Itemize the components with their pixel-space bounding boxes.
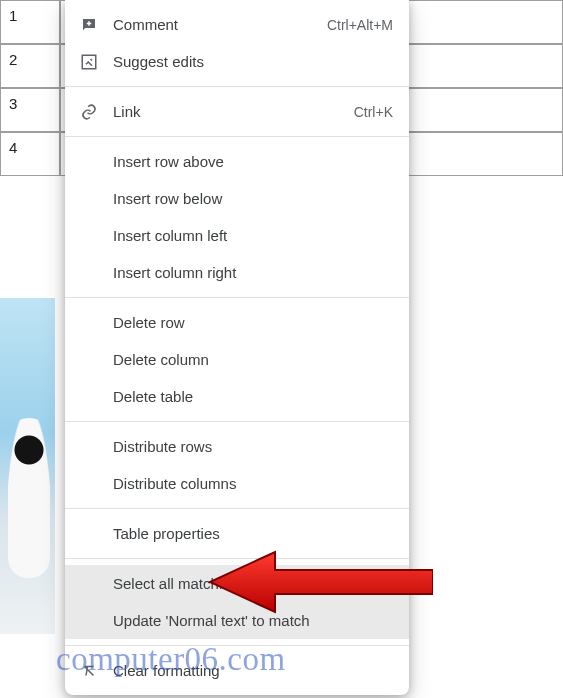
table-cell[interactable]: 1 [0, 0, 60, 44]
context-menu: Comment Ctrl+Alt+M Suggest edits Link Ct… [65, 0, 409, 695]
menu-item-label: Distribute columns [113, 475, 393, 492]
menu-item-delete-table[interactable]: Delete table [65, 378, 409, 415]
menu-separator [65, 508, 409, 509]
menu-item-insert-row-below[interactable]: Insert row below [65, 180, 409, 217]
menu-item-insert-column-right[interactable]: Insert column right [65, 254, 409, 291]
table-cell[interactable]: 3 [0, 88, 60, 132]
menu-item-label: Suggest edits [113, 53, 393, 70]
menu-item-shortcut: Ctrl+Alt+M [327, 17, 393, 33]
table-cell[interactable]: 2 [0, 44, 60, 88]
menu-item-insert-row-above[interactable]: Insert row above [65, 143, 409, 180]
menu-item-label: Comment [113, 16, 315, 33]
menu-item-select-matching-text[interactable]: Select all matching text [65, 565, 409, 602]
menu-separator [65, 86, 409, 87]
menu-separator [65, 645, 409, 646]
menu-item-insert-column-left[interactable]: Insert column left [65, 217, 409, 254]
menu-item-label: Distribute rows [113, 438, 393, 455]
menu-item-comment[interactable]: Comment Ctrl+Alt+M [65, 6, 409, 43]
menu-item-label: Clear formatting [113, 662, 393, 679]
menu-item-label: Insert column left [113, 227, 393, 244]
link-icon [79, 102, 99, 122]
menu-item-shortcut: Ctrl+K [354, 104, 393, 120]
menu-item-label: Delete row [113, 314, 393, 331]
menu-item-label: Select all matching text [113, 575, 393, 592]
menu-item-clear-formatting[interactable]: Clear formatting [65, 652, 409, 689]
menu-item-table-properties[interactable]: Table properties [65, 515, 409, 552]
clear-formatting-icon [79, 661, 99, 681]
suggest-edits-icon [79, 52, 99, 72]
menu-item-delete-row[interactable]: Delete row [65, 304, 409, 341]
menu-item-update-normal-text[interactable]: Update 'Normal text' to match [65, 602, 409, 639]
menu-item-label: Delete column [113, 351, 393, 368]
menu-separator [65, 558, 409, 559]
menu-item-delete-column[interactable]: Delete column [65, 341, 409, 378]
menu-item-label: Delete table [113, 388, 393, 405]
menu-item-label: Update 'Normal text' to match [113, 612, 393, 629]
comment-icon [79, 15, 99, 35]
menu-item-label: Insert row above [113, 153, 393, 170]
menu-separator [65, 421, 409, 422]
menu-item-suggest-edits[interactable]: Suggest edits [65, 43, 409, 80]
menu-item-label: Insert row below [113, 190, 393, 207]
menu-item-link[interactable]: Link Ctrl+K [65, 93, 409, 130]
menu-item-distribute-columns[interactable]: Distribute columns [65, 465, 409, 502]
menu-item-label: Table properties [113, 525, 393, 542]
menu-item-label: Link [113, 103, 342, 120]
menu-separator [65, 297, 409, 298]
table-cell[interactable]: 4 [0, 132, 60, 176]
menu-item-distribute-rows[interactable]: Distribute rows [65, 428, 409, 465]
menu-item-label: Insert column right [113, 264, 393, 281]
document-image [0, 298, 55, 634]
menu-separator [65, 136, 409, 137]
